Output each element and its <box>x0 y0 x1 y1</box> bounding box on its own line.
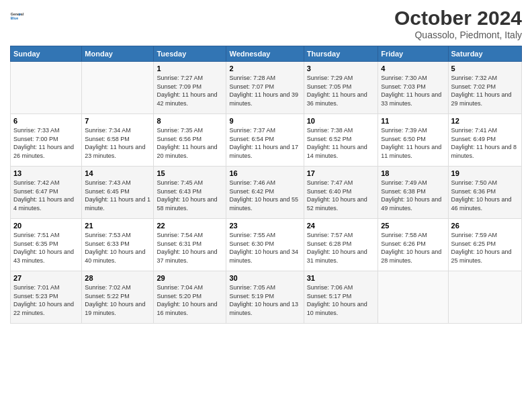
table-row: 2 Sunrise: 7:28 AMSunset: 7:07 PMDayligh… <box>226 62 304 114</box>
calendar-header: Sunday Monday Tuesday Wednesday Thursday… <box>11 46 522 62</box>
day-number: 21 <box>85 222 150 230</box>
table-row: 10 Sunrise: 7:38 AMSunset: 6:52 PMDaylig… <box>304 114 378 167</box>
day-number: 4 <box>381 64 445 73</box>
day-number: 29 <box>157 274 223 282</box>
table-row: 27 Sunrise: 7:01 AMSunset: 5:23 PMDaylig… <box>11 271 82 324</box>
day-info: Sunrise: 7:37 AMSunset: 6:54 PMDaylight:… <box>229 126 300 160</box>
day-number: 20 <box>13 222 79 230</box>
day-number: 31 <box>307 274 375 282</box>
table-row: 22 Sunrise: 7:54 AMSunset: 6:31 PMDaylig… <box>154 219 226 271</box>
day-number: 23 <box>229 222 300 230</box>
day-number: 18 <box>381 169 445 177</box>
logo-icon: General Blue <box>10 7 29 26</box>
day-number: 16 <box>229 169 300 177</box>
table-row: 23 Sunrise: 7:55 AMSunset: 6:30 PMDaylig… <box>226 219 304 271</box>
header-sunday: Sunday <box>11 46 82 62</box>
table-row: 28 Sunrise: 7:02 AMSunset: 5:22 PMDaylig… <box>82 271 154 324</box>
day-info: Sunrise: 7:04 AMSunset: 5:20 PMDaylight:… <box>157 283 223 317</box>
day-number: 2 <box>229 64 300 73</box>
table-row: 30 Sunrise: 7:05 AMSunset: 5:19 PMDaylig… <box>226 271 304 324</box>
day-info: Sunrise: 7:57 AMSunset: 6:28 PMDaylight:… <box>307 231 375 265</box>
day-number: 28 <box>85 274 150 282</box>
day-info: Sunrise: 7:54 AMSunset: 6:31 PMDaylight:… <box>157 231 223 265</box>
table-row <box>82 62 154 114</box>
page-header: General Blue October 2024 Quassolo, Pied… <box>10 7 522 40</box>
table-row <box>378 271 448 324</box>
day-info: Sunrise: 7:32 AMSunset: 7:02 PMDaylight:… <box>451 74 519 107</box>
logo: General Blue <box>10 7 29 26</box>
day-number: 13 <box>13 169 79 177</box>
day-info: Sunrise: 7:33 AMSunset: 7:00 PMDaylight:… <box>13 126 79 160</box>
header-wednesday: Wednesday <box>226 46 304 62</box>
table-row: 9 Sunrise: 7:37 AMSunset: 6:54 PMDayligh… <box>226 114 304 167</box>
table-row: 8 Sunrise: 7:35 AMSunset: 6:56 PMDayligh… <box>154 114 226 167</box>
day-number: 10 <box>307 117 375 125</box>
svg-text:Blue: Blue <box>11 16 18 20</box>
table-row: 6 Sunrise: 7:33 AMSunset: 7:00 PMDayligh… <box>11 114 82 167</box>
month-title: October 2024 <box>394 7 522 30</box>
day-info: Sunrise: 7:35 AMSunset: 6:56 PMDaylight:… <box>157 126 223 160</box>
day-number: 9 <box>229 117 300 125</box>
table-row: 19 Sunrise: 7:50 AMSunset: 6:36 PMDaylig… <box>448 167 521 219</box>
header-friday: Friday <box>378 46 448 62</box>
table-row: 20 Sunrise: 7:51 AMSunset: 6:35 PMDaylig… <box>11 219 82 271</box>
title-block: October 2024 Quassolo, Piedmont, Italy <box>394 7 522 40</box>
day-info: Sunrise: 7:01 AMSunset: 5:23 PMDaylight:… <box>13 283 79 317</box>
calendar-table: Sunday Monday Tuesday Wednesday Thursday… <box>10 46 522 324</box>
table-row <box>11 62 82 114</box>
table-row: 16 Sunrise: 7:46 AMSunset: 6:42 PMDaylig… <box>226 167 304 219</box>
day-info: Sunrise: 7:53 AMSunset: 6:33 PMDaylight:… <box>85 231 150 265</box>
location: Quassolo, Piedmont, Italy <box>394 30 522 40</box>
table-row: 12 Sunrise: 7:41 AMSunset: 6:49 PMDaylig… <box>448 114 521 167</box>
table-row: 18 Sunrise: 7:49 AMSunset: 6:38 PMDaylig… <box>378 167 448 219</box>
table-row: 17 Sunrise: 7:47 AMSunset: 6:40 PMDaylig… <box>304 167 378 219</box>
day-info: Sunrise: 7:38 AMSunset: 6:52 PMDaylight:… <box>307 126 375 160</box>
day-number: 1 <box>157 64 223 73</box>
table-row: 25 Sunrise: 7:58 AMSunset: 6:26 PMDaylig… <box>378 219 448 271</box>
table-row: 5 Sunrise: 7:32 AMSunset: 7:02 PMDayligh… <box>448 62 521 114</box>
day-number: 17 <box>307 169 375 177</box>
header-tuesday: Tuesday <box>154 46 226 62</box>
day-number: 19 <box>451 169 519 177</box>
day-number: 27 <box>13 274 79 282</box>
day-number: 30 <box>229 274 300 282</box>
day-info: Sunrise: 7:05 AMSunset: 5:19 PMDaylight:… <box>229 283 300 317</box>
header-saturday: Saturday <box>448 46 521 62</box>
day-info: Sunrise: 7:51 AMSunset: 6:35 PMDaylight:… <box>13 231 79 265</box>
table-row: 11 Sunrise: 7:39 AMSunset: 6:50 PMDaylig… <box>378 114 448 167</box>
day-info: Sunrise: 7:58 AMSunset: 6:26 PMDaylight:… <box>381 231 445 265</box>
table-row: 24 Sunrise: 7:57 AMSunset: 6:28 PMDaylig… <box>304 219 378 271</box>
table-row: 21 Sunrise: 7:53 AMSunset: 6:33 PMDaylig… <box>82 219 154 271</box>
day-info: Sunrise: 7:42 AMSunset: 6:47 PMDaylight:… <box>13 179 79 212</box>
day-info: Sunrise: 7:45 AMSunset: 6:43 PMDaylight:… <box>157 179 223 212</box>
day-info: Sunrise: 7:46 AMSunset: 6:42 PMDaylight:… <box>229 179 300 212</box>
day-info: Sunrise: 7:28 AMSunset: 7:07 PMDaylight:… <box>229 74 300 107</box>
table-row: 7 Sunrise: 7:34 AMSunset: 6:58 PMDayligh… <box>82 114 154 167</box>
calendar-body: 1 Sunrise: 7:27 AMSunset: 7:09 PMDayligh… <box>11 62 522 324</box>
day-info: Sunrise: 7:47 AMSunset: 6:40 PMDaylight:… <box>307 179 375 212</box>
day-number: 5 <box>451 64 519 73</box>
day-number: 15 <box>157 169 223 177</box>
day-info: Sunrise: 7:50 AMSunset: 6:36 PMDaylight:… <box>451 179 519 212</box>
day-number: 12 <box>451 117 519 125</box>
day-number: 14 <box>85 169 150 177</box>
day-number: 3 <box>307 64 375 73</box>
day-number: 22 <box>157 222 223 230</box>
day-info: Sunrise: 7:30 AMSunset: 7:03 PMDaylight:… <box>381 74 445 107</box>
table-row: 31 Sunrise: 7:06 AMSunset: 5:17 PMDaylig… <box>304 271 378 324</box>
day-info: Sunrise: 7:02 AMSunset: 5:22 PMDaylight:… <box>85 283 150 317</box>
day-number: 24 <box>307 222 375 230</box>
table-row: 29 Sunrise: 7:04 AMSunset: 5:20 PMDaylig… <box>154 271 226 324</box>
day-info: Sunrise: 7:41 AMSunset: 6:49 PMDaylight:… <box>451 126 519 160</box>
day-number: 11 <box>381 117 445 125</box>
day-number: 7 <box>85 117 150 125</box>
table-row <box>448 271 521 324</box>
day-info: Sunrise: 7:59 AMSunset: 6:25 PMDaylight:… <box>451 231 519 265</box>
day-number: 8 <box>157 117 223 125</box>
day-info: Sunrise: 7:55 AMSunset: 6:30 PMDaylight:… <box>229 231 300 265</box>
header-thursday: Thursday <box>304 46 378 62</box>
table-row: 14 Sunrise: 7:43 AMSunset: 6:45 PMDaylig… <box>82 167 154 219</box>
day-info: Sunrise: 7:27 AMSunset: 7:09 PMDaylight:… <box>157 74 223 107</box>
svg-text:General: General <box>11 12 24 16</box>
header-monday: Monday <box>82 46 154 62</box>
